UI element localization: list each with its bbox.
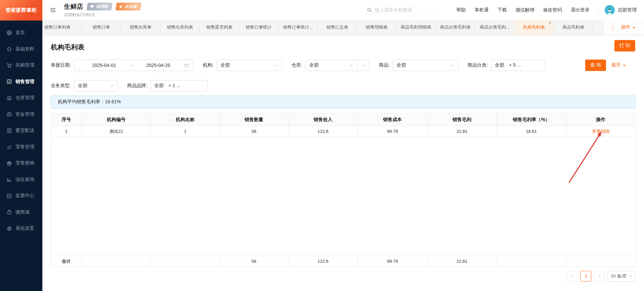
collapse-sidebar-icon[interactable] — [50, 7, 56, 13]
search-icon — [367, 7, 372, 12]
current-page-button[interactable]: 1 — [580, 271, 591, 282]
sidebar-item-warehouse[interactable]: 仓库管理 — [0, 90, 42, 106]
warehouse-select-group: 全部 ⋯ — [305, 60, 370, 71]
close-tab-icon[interactable]: × — [548, 21, 551, 25]
sidebar-item-invoice[interactable]: 发票中心 — [0, 188, 42, 204]
sidebar-item-label: 系统设置 — [15, 225, 34, 231]
sales-order-icon — [6, 79, 12, 84]
warehouse-select[interactable]: 全部 — [306, 60, 357, 71]
cell-cost: 99.79 — [358, 126, 427, 137]
tab-category-profit-2[interactable]: 商品分类毛利... — [475, 20, 515, 35]
category-select[interactable]: 全部 + 5 ... — [491, 60, 545, 71]
col-revenue: 销售收入 — [289, 114, 358, 126]
change-password-link[interactable]: 修改密码 — [543, 7, 562, 13]
sidebar-item-label: 零售营销 — [15, 160, 34, 166]
filter-row-2: 业务类型: 全部 商品品牌: 全部 + 1 ... — [51, 80, 636, 92]
col-qty: 销售数量 — [220, 114, 289, 126]
cell-qty: 56 — [220, 126, 289, 137]
sidebar-item-delivery[interactable]: 要货配送 — [0, 122, 42, 139]
user-name[interactable]: 总部管理 — [618, 7, 637, 13]
print-button[interactable]: 打 印 — [614, 40, 635, 51]
sidebar-item-retail[interactable]: 零售管理 — [0, 139, 42, 155]
total-profit: 22.81 — [427, 256, 497, 266]
tab-sales-summary[interactable]: 销售汇总表 — [318, 20, 357, 35]
monitor-icon — [89, 4, 94, 9]
main-content: 机构毛利表 打 印 单据日期: 2025-04-01 ~ 2025-04-25 … — [42, 35, 644, 291]
logo-text: 管家婆辉掌柜 — [6, 7, 37, 13]
sidebar-item-home[interactable]: 首页 — [0, 25, 42, 41]
sidebar-item-micro-mall[interactable]: 微商城 — [0, 204, 42, 221]
total-qty: 56 — [220, 256, 289, 266]
logout-link[interactable]: 退出登录 — [571, 7, 590, 13]
tabbar-actions: ⋮ 操作 — [603, 20, 644, 35]
cell-margin: 18.61 — [497, 126, 566, 137]
tab-product-profit[interactable]: 商品毛利表 — [554, 20, 593, 35]
ellipsis-icon[interactable]: ⋯ — [273, 63, 278, 68]
download-link[interactable]: 下载 — [497, 7, 507, 13]
biz-type-select[interactable]: 全部 — [74, 80, 118, 92]
search-input[interactable] — [375, 7, 433, 12]
prev-page-button[interactable]: ‹ — [567, 271, 578, 282]
tab-sales-outbound[interactable]: 销售出库单 — [121, 20, 160, 35]
zhangguitong-link[interactable]: 掌柜通 — [475, 7, 489, 13]
sidebar-item-label: 销售管理 — [15, 79, 34, 85]
product-select[interactable]: 全部 ⋯ — [393, 60, 458, 71]
col-profit: 销售毛利 — [427, 114, 497, 126]
open-tabs-bar: 销售订单列表 销售订单 销售出库单 销售出库列表 销售退货列表 销售订单统计 销… — [42, 20, 644, 35]
date-filter-label: 单据日期: — [51, 62, 71, 68]
tab-sales-detail[interactable]: 销售明细表 — [357, 20, 396, 35]
avatar[interactable] — [605, 5, 615, 15]
total-cost: 99.79 — [358, 256, 427, 266]
sidebar-item-query[interactable]: 综合查询 — [0, 172, 42, 188]
tab-sales-order-stats-2[interactable]: 销售订单统计... — [278, 20, 318, 35]
sidebar-item-sales[interactable]: 销售管理 — [0, 74, 42, 90]
page-size-select[interactable]: 10 条/页 — [607, 271, 636, 282]
tab-operations-dropdown[interactable]: 操作 — [621, 24, 636, 30]
tab-sales-order-stats[interactable]: 销售订单统计 — [239, 20, 278, 35]
help-link[interactable]: 帮助 — [456, 7, 466, 13]
sidebar-item-funds[interactable]: 资金管理 — [0, 106, 42, 123]
warehouse-more-button[interactable]: ⋯ — [357, 60, 369, 71]
sidebar-item-marketing[interactable]: 零售营销 — [0, 155, 42, 172]
wechat-unbind-link[interactable]: 微信解绑 — [516, 7, 534, 13]
delivery-icon — [6, 128, 12, 134]
sidebar-item-basic-data[interactable]: 基础资料 — [0, 41, 42, 58]
gift-icon — [6, 160, 12, 166]
cart-icon — [6, 63, 12, 68]
date-from[interactable]: 2025-04-01 — [78, 63, 130, 68]
org-profit-table: 序号 机构编号 机构名称 销售数量 销售收入 销售成本 销售毛利 销售毛利率（%… — [51, 113, 636, 267]
sidebar-item-label: 要货配送 — [15, 128, 34, 134]
col-seq: 序号 — [51, 114, 82, 126]
date-range-picker[interactable]: 2025-04-01 ~ 2025-04-25 — [74, 60, 193, 71]
cell-org-name: 1 — [151, 126, 220, 137]
org-select[interactable]: 全部 ⋯ — [217, 60, 282, 71]
gear-icon — [6, 226, 12, 231]
table-row: 1 测试22 1 56 122.6 99.79 22.81 18.61 查看明细 — [51, 126, 635, 137]
tab-sales-order-list[interactable]: 销售订单列表 — [42, 20, 82, 35]
date-separator: ~ — [130, 63, 132, 68]
tab-category-profit[interactable]: 商品分类毛利表 — [436, 20, 475, 35]
tab-product-profit-detail[interactable]: 商品毛利明细表 — [396, 20, 436, 35]
next-page-button[interactable]: › — [594, 271, 605, 282]
tab-sales-return-list[interactable]: 销售退货列表 — [200, 20, 239, 35]
query-button[interactable]: 查 询 — [585, 60, 606, 71]
view-detail-link[interactable]: 查看明细 — [592, 129, 610, 135]
date-to[interactable]: 2025-04-25 — [132, 63, 184, 68]
ellipsis-icon[interactable]: ⋯ — [450, 63, 454, 68]
tab-org-profit[interactable]: 机构毛利表 × — [515, 20, 554, 35]
star-icon — [118, 4, 123, 9]
top-header: 生鲜店 试用版 企业版 试用剩余27261天 帮助 掌柜通 下载 微信解绑 修改… — [42, 0, 644, 20]
expand-toggle[interactable]: 展开 — [611, 62, 626, 68]
tab-sales-order[interactable]: 销售订单 — [82, 20, 121, 35]
sidebar-item-purchase[interactable]: 采购管理 — [0, 57, 42, 74]
warehouse-icon — [6, 95, 12, 101]
sidebar-item-label: 发票中心 — [15, 193, 34, 199]
more-tabs-icon[interactable]: ⋮ — [610, 24, 616, 31]
brand-select[interactable]: 全部 + 1 ... — [150, 80, 207, 92]
user-icon — [606, 8, 613, 15]
sidebar-item-settings[interactable]: 系统设置 — [0, 220, 42, 237]
globe-icon — [6, 30, 12, 36]
bar-chart-icon — [6, 177, 12, 182]
tab-sales-outbound-list[interactable]: 销售出库列表 — [160, 20, 200, 35]
sidebar: 管家婆辉掌柜 首页 基础资料 采购管理 销售管理 仓库管理 资金管理 要货配送 — [0, 0, 42, 291]
